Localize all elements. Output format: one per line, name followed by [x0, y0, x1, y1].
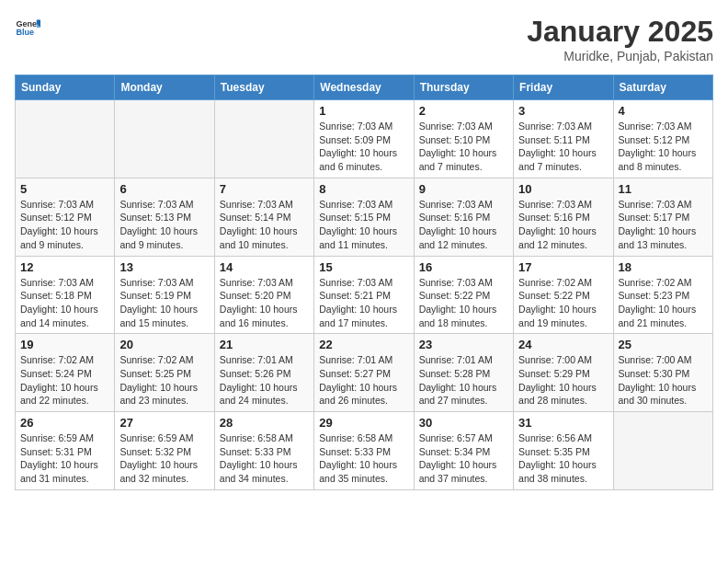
calendar-cell: 23Sunrise: 7:01 AMSunset: 5:28 PMDayligh… — [414, 334, 513, 412]
day-number: 2 — [419, 104, 508, 118]
logo-icon: General Blue — [15, 15, 40, 40]
subtitle: Muridke, Punjab, Pakistan — [527, 49, 713, 63]
calendar-cell: 26Sunrise: 6:59 AMSunset: 5:31 PMDayligh… — [16, 412, 115, 490]
title-area: January 2025 Muridke, Punjab, Pakistan — [527, 15, 713, 63]
calendar-cell: 15Sunrise: 7:03 AMSunset: 5:21 PMDayligh… — [314, 256, 414, 334]
day-number: 4 — [619, 104, 708, 118]
day-number: 30 — [419, 416, 508, 430]
day-info: Sunrise: 7:00 AMSunset: 5:29 PMDaylight:… — [518, 353, 608, 408]
day-info: Sunrise: 7:02 AMSunset: 5:23 PMDaylight:… — [619, 276, 708, 330]
calendar-cell: 31Sunrise: 6:56 AMSunset: 5:35 PMDayligh… — [514, 412, 613, 490]
calendar-cell: 16Sunrise: 7:03 AMSunset: 5:22 PMDayligh… — [414, 256, 513, 334]
day-number: 11 — [619, 182, 708, 196]
day-info: Sunrise: 6:57 AMSunset: 5:34 PMDaylight:… — [419, 431, 508, 486]
calendar-cell: 7Sunrise: 7:03 AMSunset: 5:14 PMDaylight… — [214, 178, 313, 256]
logo: General Blue — [15, 15, 40, 40]
calendar-cell: 28Sunrise: 6:58 AMSunset: 5:33 PMDayligh… — [214, 412, 313, 490]
calendar-table: SundayMondayTuesdayWednesdayThursdayFrid… — [15, 75, 713, 490]
calendar-cell: 27Sunrise: 6:59 AMSunset: 5:32 PMDayligh… — [115, 412, 214, 490]
day-number: 29 — [319, 416, 408, 430]
day-info: Sunrise: 7:03 AMSunset: 5:09 PMDaylight:… — [319, 120, 408, 174]
header: General Blue January 2025 Muridke, Punja… — [15, 15, 713, 63]
weekday-header-cell: Wednesday — [314, 75, 414, 100]
day-info: Sunrise: 7:01 AMSunset: 5:26 PMDaylight:… — [220, 353, 309, 408]
day-number: 13 — [119, 260, 209, 274]
calendar-cell: 8Sunrise: 7:03 AMSunset: 5:15 PMDaylight… — [314, 178, 414, 256]
calendar-cell: 25Sunrise: 7:00 AMSunset: 5:30 PMDayligh… — [613, 334, 712, 412]
calendar-cell: 24Sunrise: 7:00 AMSunset: 5:29 PMDayligh… — [514, 334, 613, 412]
calendar-cell: 14Sunrise: 7:03 AMSunset: 5:20 PMDayligh… — [214, 256, 313, 334]
day-info: Sunrise: 7:03 AMSunset: 5:14 PMDaylight:… — [220, 198, 309, 252]
day-number: 27 — [119, 416, 209, 430]
day-number: 8 — [319, 182, 408, 196]
calendar-cell: 4Sunrise: 7:03 AMSunset: 5:12 PMDaylight… — [613, 100, 712, 178]
day-number: 21 — [220, 338, 309, 351]
day-number: 5 — [20, 182, 109, 196]
weekday-header-cell: Sunday — [16, 75, 115, 100]
day-info: Sunrise: 7:03 AMSunset: 5:16 PMDaylight:… — [518, 198, 608, 252]
day-info: Sunrise: 7:03 AMSunset: 5:13 PMDaylight:… — [119, 198, 209, 252]
day-number: 15 — [319, 260, 408, 274]
day-info: Sunrise: 7:03 AMSunset: 5:19 PMDaylight:… — [119, 276, 209, 330]
day-info: Sunrise: 7:03 AMSunset: 5:10 PMDaylight:… — [419, 120, 508, 174]
calendar-week-row: 19Sunrise: 7:02 AMSunset: 5:24 PMDayligh… — [16, 334, 713, 412]
calendar-cell: 5Sunrise: 7:03 AMSunset: 5:12 PMDaylight… — [16, 178, 115, 256]
weekday-header-cell: Tuesday — [214, 75, 313, 100]
calendar-week-row: 26Sunrise: 6:59 AMSunset: 5:31 PMDayligh… — [16, 412, 713, 490]
calendar-cell: 30Sunrise: 6:57 AMSunset: 5:34 PMDayligh… — [414, 412, 513, 490]
day-info: Sunrise: 7:03 AMSunset: 5:22 PMDaylight:… — [419, 276, 508, 330]
day-info: Sunrise: 7:02 AMSunset: 5:22 PMDaylight:… — [518, 276, 608, 330]
day-info: Sunrise: 7:02 AMSunset: 5:25 PMDaylight:… — [119, 353, 209, 408]
day-number: 24 — [518, 338, 608, 351]
calendar-cell: 29Sunrise: 6:58 AMSunset: 5:33 PMDayligh… — [314, 412, 414, 490]
calendar-body: 1Sunrise: 7:03 AMSunset: 5:09 PMDaylight… — [16, 100, 713, 490]
day-info: Sunrise: 7:03 AMSunset: 5:15 PMDaylight:… — [319, 198, 408, 252]
calendar-cell: 3Sunrise: 7:03 AMSunset: 5:11 PMDaylight… — [514, 100, 613, 178]
calendar-cell — [16, 100, 115, 178]
calendar-cell: 21Sunrise: 7:01 AMSunset: 5:26 PMDayligh… — [214, 334, 313, 412]
day-number: 3 — [518, 104, 608, 118]
weekday-header-cell: Monday — [115, 75, 214, 100]
day-info: Sunrise: 6:56 AMSunset: 5:35 PMDaylight:… — [518, 431, 608, 486]
calendar-cell: 12Sunrise: 7:03 AMSunset: 5:18 PMDayligh… — [16, 256, 115, 334]
day-number: 28 — [220, 416, 309, 430]
day-number: 18 — [619, 260, 708, 274]
day-info: Sunrise: 7:03 AMSunset: 5:11 PMDaylight:… — [518, 120, 608, 174]
day-info: Sunrise: 7:01 AMSunset: 5:27 PMDaylight:… — [319, 353, 408, 408]
day-number: 10 — [518, 182, 608, 196]
calendar-cell: 13Sunrise: 7:03 AMSunset: 5:19 PMDayligh… — [115, 256, 214, 334]
day-number: 17 — [518, 260, 608, 274]
day-info: Sunrise: 7:02 AMSunset: 5:24 PMDaylight:… — [20, 353, 109, 408]
calendar-cell: 1Sunrise: 7:03 AMSunset: 5:09 PMDaylight… — [314, 100, 414, 178]
calendar-week-row: 12Sunrise: 7:03 AMSunset: 5:18 PMDayligh… — [16, 256, 713, 334]
day-info: Sunrise: 6:58 AMSunset: 5:33 PMDaylight:… — [319, 431, 408, 486]
day-info: Sunrise: 7:03 AMSunset: 5:21 PMDaylight:… — [319, 276, 408, 330]
calendar-week-row: 5Sunrise: 7:03 AMSunset: 5:12 PMDaylight… — [16, 178, 713, 256]
calendar-week-row: 1Sunrise: 7:03 AMSunset: 5:09 PMDaylight… — [16, 100, 713, 178]
day-info: Sunrise: 6:59 AMSunset: 5:32 PMDaylight:… — [119, 431, 209, 486]
day-number: 26 — [20, 416, 109, 430]
calendar-cell: 11Sunrise: 7:03 AMSunset: 5:17 PMDayligh… — [613, 178, 712, 256]
day-info: Sunrise: 7:01 AMSunset: 5:28 PMDaylight:… — [419, 353, 508, 408]
calendar-cell: 2Sunrise: 7:03 AMSunset: 5:10 PMDaylight… — [414, 100, 513, 178]
day-number: 1 — [319, 104, 408, 118]
calendar-cell — [115, 100, 214, 178]
day-info: Sunrise: 7:03 AMSunset: 5:12 PMDaylight:… — [20, 198, 109, 252]
weekday-header-cell: Friday — [514, 75, 613, 100]
calendar-cell — [214, 100, 313, 178]
day-number: 16 — [419, 260, 508, 274]
calendar-cell: 9Sunrise: 7:03 AMSunset: 5:16 PMDaylight… — [414, 178, 513, 256]
calendar-cell: 10Sunrise: 7:03 AMSunset: 5:16 PMDayligh… — [514, 178, 613, 256]
calendar-cell: 19Sunrise: 7:02 AMSunset: 5:24 PMDayligh… — [16, 334, 115, 412]
calendar-cell: 6Sunrise: 7:03 AMSunset: 5:13 PMDaylight… — [115, 178, 214, 256]
day-number: 14 — [220, 260, 309, 274]
calendar-cell: 20Sunrise: 7:02 AMSunset: 5:25 PMDayligh… — [115, 334, 214, 412]
calendar-cell — [613, 412, 712, 490]
day-number: 12 — [20, 260, 109, 274]
day-number: 23 — [419, 338, 508, 351]
day-info: Sunrise: 6:59 AMSunset: 5:31 PMDaylight:… — [20, 431, 109, 486]
weekday-header-cell: Thursday — [414, 75, 513, 100]
day-number: 20 — [119, 338, 209, 351]
day-number: 31 — [518, 416, 608, 430]
day-info: Sunrise: 6:58 AMSunset: 5:33 PMDaylight:… — [220, 431, 309, 486]
